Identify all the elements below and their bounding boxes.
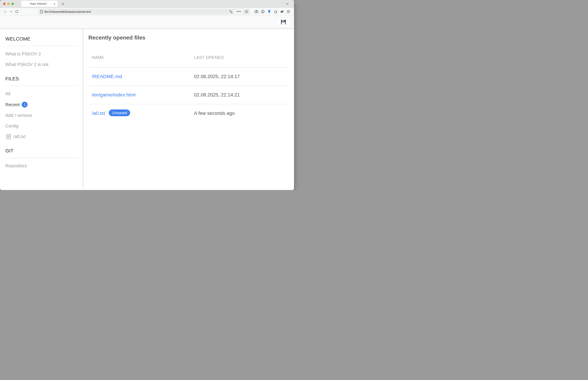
bookmark-star-icon[interactable]	[245, 10, 248, 13]
browser-tab[interactable]: Proto: PSKOV2 ×	[21, 1, 58, 7]
sidebar-item-label: Recent	[5, 102, 19, 107]
tab-bar: Proto: PSKOV2 × +	[0, 0, 294, 8]
last-opened-value: 02.08.2025, 22:14:21	[190, 86, 289, 104]
floppy-disk-icon	[281, 19, 286, 25]
zoom-level-button[interactable]: 200%	[234, 10, 243, 14]
sidebar-item-all[interactable]: All	[5, 89, 78, 99]
new-tab-button[interactable]: +	[62, 2, 64, 6]
table-row: /en/game/index.html 02.08.2025, 22:14:21	[88, 86, 289, 104]
sidebar-item-config[interactable]: Config	[5, 121, 78, 131]
recent-count-badge: 1	[22, 102, 28, 108]
url-bar[interactable]: file:///Volumes/MOE/p/pskov2/proto.html …	[38, 9, 250, 15]
tab-overview-chevron-icon[interactable]	[285, 2, 289, 5]
sidebar-section-git: GIT Repository	[5, 148, 78, 171]
planet-extension-icon[interactable]	[279, 10, 285, 14]
sidebar-item-label: Config	[5, 123, 18, 129]
divider	[5, 86, 78, 86]
table-row: /README.md 02.08.2025, 22:14:17	[88, 67, 289, 86]
sidebar-item-what-is-pskov2[interactable]: What is PSKOV 2	[5, 49, 78, 59]
sidebar-item-label: What is PSKOV 2	[5, 51, 41, 57]
sidebar-section-welcome: WELCOME What is PSKOV 2 What PSKOV 2 is …	[5, 36, 78, 70]
translate-icon[interactable]: A	[229, 10, 233, 13]
forward-button[interactable]	[8, 10, 14, 13]
svg-text:A: A	[231, 11, 232, 13]
sidebar-item-label: All	[5, 91, 10, 96]
sidebar-item-label: /a0.txt	[13, 134, 26, 139]
reload-button[interactable]	[14, 10, 19, 13]
section-title: FILES	[5, 76, 78, 82]
sidebar-item-label: Repository	[5, 163, 27, 169]
puzzle-extension-icon[interactable]	[272, 10, 279, 14]
table-row: /a0.txt Unsaved A few seconds ago	[88, 104, 289, 122]
column-header-last-opened: LAST OPENED	[190, 51, 289, 67]
main-panel: Recently opened files NAME LAST OPENED /…	[83, 29, 294, 190]
file-link-a0-txt[interactable]: /a0.txt	[92, 111, 105, 116]
section-title: WELCOME	[5, 36, 78, 42]
recent-files-table: NAME LAST OPENED /README.md 02.08.2025, …	[88, 51, 289, 122]
toolbar-icons	[253, 10, 292, 14]
divider	[5, 158, 78, 158]
close-tab-icon[interactable]: ×	[53, 2, 56, 5]
sidebar-item-what-pskov2-is-not[interactable]: What PSKOV 2 is not	[5, 59, 78, 70]
sidebar-item-a0-file[interactable]: /a0.txt	[5, 131, 78, 142]
tab-title: Proto: PSKOV2	[23, 2, 53, 5]
section-title: GIT	[5, 148, 78, 154]
url-input[interactable]: file:///Volumes/MOE/p/pskov2/proto.html	[44, 10, 229, 13]
browser-window: Proto: PSKOV2 × + file:///Volumes/MOE/p/…	[0, 0, 294, 190]
last-opened-value: A few seconds ago	[190, 104, 289, 122]
minimize-window-button[interactable]	[7, 3, 10, 5]
document-icon	[6, 134, 11, 139]
sidebar-item-label: Add / remove	[5, 113, 32, 118]
close-window-button[interactable]	[3, 3, 5, 5]
navigation-toolbar: file:///Volumes/MOE/p/pskov2/proto.html …	[0, 8, 294, 16]
sidebar-item-repository[interactable]: Repository	[5, 161, 78, 171]
page-file-icon	[40, 10, 43, 13]
screenshot-camera-icon[interactable]	[253, 10, 260, 13]
sidebar-section-files: FILES All Recent 1 Add / remove Config	[5, 76, 78, 142]
file-link-index-html[interactable]: /en/game/index.html	[92, 92, 135, 97]
traffic-lights	[3, 3, 14, 5]
page-title: Recently opened files	[88, 35, 289, 41]
zoom-window-button[interactable]	[11, 3, 14, 5]
file-link-readme[interactable]: /README.md	[92, 74, 122, 79]
v-extension-icon[interactable]	[266, 10, 272, 14]
sidebar: WELCOME What is PSKOV 2 What PSKOV 2 is …	[0, 29, 83, 190]
page-content: WELCOME What is PSKOV 2 What PSKOV 2 is …	[0, 29, 294, 190]
sidebar-item-label: What PSKOV 2 is not	[5, 62, 49, 67]
save-button[interactable]	[276, 17, 291, 27]
page-header	[0, 16, 294, 29]
back-button[interactable]	[2, 10, 8, 13]
column-header-name: NAME	[88, 51, 190, 67]
menu-hamburger-icon[interactable]	[285, 10, 292, 13]
unsaved-badge: Unsaved	[109, 110, 130, 116]
divider	[5, 46, 78, 46]
last-opened-value: 02.08.2025, 22:14:17	[190, 67, 289, 86]
profile-account-icon[interactable]	[260, 10, 266, 14]
sidebar-item-recent[interactable]: Recent 1	[5, 99, 78, 110]
sidebar-item-add-remove[interactable]: Add / remove	[5, 110, 78, 121]
